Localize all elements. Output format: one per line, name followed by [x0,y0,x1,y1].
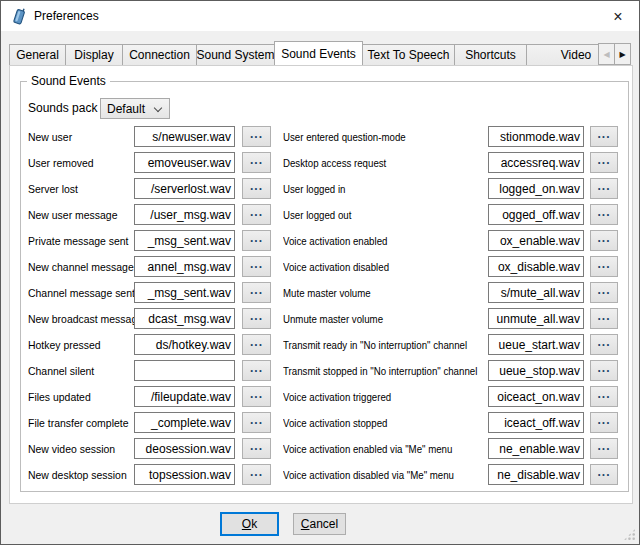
sound-event-row: Channel silent ... [28,360,271,381]
sound-file-input[interactable]: stionmode.wav [488,126,584,147]
browse-button[interactable]: ... [242,230,271,251]
sound-file-value: annel_msg.wav [148,260,231,274]
browse-button[interactable]: ... [590,282,618,303]
browse-button[interactable]: ... [590,204,618,225]
browse-button[interactable]: ... [242,464,271,485]
sound-file-input[interactable]: accessreq.wav [488,152,584,173]
sound-event-label: User entered question-mode [283,131,463,143]
browse-button[interactable]: ... [590,386,618,407]
tab-scroll-left-icon[interactable]: ◀ [598,43,615,65]
sound-event-label: New user [28,131,129,143]
sound-file-input[interactable]: deosession.wav [134,438,235,459]
sound-file-input[interactable]: dcast_msg.wav [134,308,235,329]
sound-file-input[interactable]: /serverlost.wav [134,178,235,199]
sound-file-input[interactable]: ueue_stop.wav [488,360,584,381]
sound-events-column-left: New user s/newuser.wav ... User removed … [28,126,271,490]
resize-grip-icon[interactable] [623,528,636,541]
tab-shortcuts[interactable]: Shortcuts [454,44,527,65]
sound-file-value: ds/hotkey.wav [156,338,231,352]
browse-button[interactable]: ... [242,126,271,147]
sound-file-input[interactable]: /user_msg.wav [134,204,235,225]
sound-event-label: New user message [28,209,129,221]
browse-button[interactable]: ... [242,256,271,277]
sound-file-input[interactable]: iceact_off.wav [488,412,584,433]
browse-button[interactable]: ... [590,126,618,147]
browse-button[interactable]: ... [590,360,618,381]
sound-file-value: _msg_sent.wav [148,234,231,248]
browse-button[interactable]: ... [242,360,271,381]
sound-file-input[interactable]: _msg_sent.wav [134,282,235,303]
sound-event-row: User removed emoveuser.wav ... [28,152,271,173]
ellipsis-icon: ... [250,387,263,401]
tab-display[interactable]: Display [65,44,123,65]
sound-file-input[interactable]: logged_on.wav [488,178,584,199]
sound-event-row: Mute master volume s/mute_all.wav ... [283,282,618,303]
sounds-pack-select[interactable]: Default [100,98,170,119]
sound-file-input[interactable]: ne_disable.wav [488,464,584,485]
tab-connection[interactable]: Connection [122,44,197,65]
sound-file-input[interactable]: /fileupdate.wav [134,386,235,407]
browse-button[interactable]: ... [242,438,271,459]
browse-button[interactable]: ... [590,438,618,459]
sound-file-input[interactable]: ds/hotkey.wav [134,334,235,355]
ellipsis-icon: ... [597,309,610,323]
browse-button[interactable]: ... [590,256,618,277]
sound-file-input[interactable]: ne_enable.wav [488,438,584,459]
sound-file-input[interactable]: unmute_all.wav [488,308,584,329]
ellipsis-icon: ... [597,153,610,167]
ok-button[interactable]: Ok [220,512,279,536]
tab-bar: General Display Connection Sound System … [9,41,633,65]
sound-file-input[interactable]: ueue_start.wav [488,334,584,355]
preferences-window: Preferences × General Display Connection… [0,0,640,545]
ellipsis-icon: ... [250,205,263,219]
browse-button[interactable]: ... [590,152,618,173]
browse-button[interactable]: ... [242,386,271,407]
tab-scroll-right-icon[interactable]: ▶ [614,43,631,65]
cancel-button[interactable]: Cancel [293,513,346,535]
browse-button[interactable]: ... [590,178,618,199]
sound-event-label: Mute master volume [283,287,463,299]
browse-button[interactable]: ... [590,334,618,355]
browse-button[interactable]: ... [242,334,271,355]
tab-general[interactable]: General [9,44,66,65]
ellipsis-icon: ... [250,465,263,479]
browse-button[interactable]: ... [590,412,618,433]
sound-event-label: Unmute master volume [283,313,463,325]
browse-button[interactable]: ... [242,178,271,199]
browse-button[interactable]: ... [242,204,271,225]
close-button[interactable]: × [605,5,631,28]
sound-event-label: New video session [28,443,129,455]
sound-file-value: s/newuser.wav [152,130,231,144]
sound-event-label: Private message sent [28,235,129,247]
sound-file-input[interactable]: topsession.wav [134,464,235,485]
tab-text-to-speech[interactable]: Text To Speech [362,44,455,65]
browse-button[interactable]: ... [242,412,271,433]
browse-button[interactable]: ... [590,308,618,329]
ellipsis-icon: ... [597,335,610,349]
sound-file-input[interactable] [134,360,235,381]
browse-button[interactable]: ... [242,308,271,329]
sound-file-value: dcast_msg.wav [148,312,231,326]
sound-file-input[interactable]: _msg_sent.wav [134,230,235,251]
ellipsis-icon: ... [597,257,610,271]
sound-file-input[interactable]: annel_msg.wav [134,256,235,277]
sound-file-input[interactable]: oiceact_on.wav [488,386,584,407]
ellipsis-icon: ... [597,283,610,297]
browse-button[interactable]: ... [590,464,618,485]
sound-file-value: unmute_all.wav [497,312,580,326]
sound-file-input[interactable]: emoveuser.wav [134,152,235,173]
sound-file-input[interactable]: s/mute_all.wav [488,282,584,303]
sound-file-input[interactable]: _complete.wav [134,412,235,433]
tab-sound-events[interactable]: Sound Events [274,41,363,65]
browse-button[interactable]: ... [590,230,618,251]
sound-file-value: accessreq.wav [501,156,580,170]
sound-file-input[interactable]: s/newuser.wav [134,126,235,147]
browse-button[interactable]: ... [242,282,271,303]
sound-file-input[interactable]: ox_enable.wav [488,230,584,251]
sound-file-input[interactable]: ogged_off.wav [488,204,584,225]
sound-event-label: Voice activation stopped [283,417,463,429]
sound-file-value: ogged_off.wav [502,208,580,222]
tab-sound-system[interactable]: Sound System [196,44,275,65]
sound-file-input[interactable]: ox_disable.wav [488,256,584,277]
browse-button[interactable]: ... [242,152,271,173]
